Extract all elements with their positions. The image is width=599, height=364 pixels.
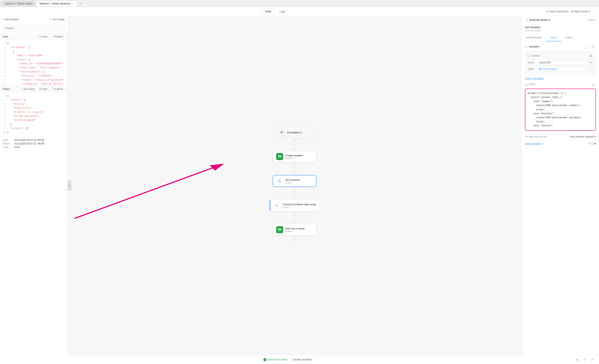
var-name-field[interactable]: inputJSON bbox=[537, 60, 587, 65]
right-panel-content: Variables ? [] Variable ⊞ Name bbox=[522, 42, 599, 355]
node-get-answers-title: Get Answers bbox=[285, 178, 300, 181]
go-to-step-label: Go to step bbox=[53, 18, 65, 21]
variables-label: Variables bbox=[525, 45, 539, 48]
tab-static[interactable]: Typeform > Sheets (static) bbox=[2, 1, 35, 6]
tab-output[interactable]: Output bbox=[561, 34, 577, 41]
zoom-out-icon[interactable]: ⊖ bbox=[590, 357, 595, 362]
chevron-down-icon[interactable]: ▾ bbox=[548, 18, 550, 21]
nav-center: Build Logs bbox=[262, 9, 289, 14]
orange-dot-icon bbox=[547, 11, 548, 12]
radio-script[interactable] bbox=[525, 83, 528, 86]
search-input[interactable] bbox=[3, 25, 65, 31]
documentation-link[interactable]: Documentation ↗ bbox=[525, 142, 544, 145]
tab-inputs[interactable]: Inputs bbox=[546, 34, 561, 41]
var-value-text: $.steps.trigger bbox=[542, 68, 557, 70]
var-value-type-icon[interactable]: ↕ bbox=[588, 66, 593, 71]
new-tab-button[interactable]: + bbox=[78, 1, 83, 6]
version-dropdown[interactable]: v 3.3 ▾ bbox=[589, 142, 596, 145]
var-value-field[interactable]: $.steps.trigger bbox=[537, 67, 587, 71]
canvas-area: ‹ JS list-helpers-1 + bbox=[68, 16, 521, 355]
name-label: Name bbox=[528, 61, 537, 64]
flow-node-construct[interactable]: JS Construct GSheet input array script-2 bbox=[270, 200, 319, 211]
flow-container: JS list-helpers-1 + Create headers s bbox=[255, 127, 334, 244]
output-expand-button[interactable]: ⤢ Expand bbox=[51, 87, 65, 91]
saved-enabled-status: ✓ Saved & enabled bbox=[263, 358, 287, 361]
left-panel: ‹ Get Answers ↖ Go to step Input ⎘ Copy … bbox=[0, 16, 68, 355]
input-code-editor: 1{ 2 "variables": [ 3 { 4 "name": "input… bbox=[0, 40, 67, 86]
meta-section: Start: 01/11/2023 20:47:21 +00:00 Finish… bbox=[0, 136, 67, 152]
right-panel: 📄 Execute Script ▾ script-1 Get Answers … bbox=[521, 16, 599, 355]
input-section-header: Input ⎘ Copy ⤢ Expand bbox=[0, 33, 67, 40]
more-options-icon[interactable]: ⋯ bbox=[592, 10, 595, 13]
docs-restructure[interactable]: Docs restructure bbox=[547, 10, 568, 13]
left-panel-header: ‹ Get Answers ↖ Go to step bbox=[0, 16, 67, 23]
use-output-icon: → bbox=[20, 88, 22, 90]
add-node-btn-3[interactable]: + bbox=[292, 191, 297, 195]
help-circle-icon[interactable]: ? bbox=[584, 44, 589, 49]
variable-item: Variable ⊞ Name inputJSON A Value* $.ste… bbox=[525, 51, 596, 75]
disable-workflow-button[interactable]: Disable workflow bbox=[290, 357, 315, 362]
value-label: Value* bbox=[528, 68, 537, 70]
node-list-helpers-title: list-helpers-1 bbox=[287, 131, 302, 134]
svg-rect-13 bbox=[280, 230, 281, 230]
zoom-in-icon[interactable]: ⊕ bbox=[574, 357, 580, 362]
node-add-row-sub: sheets-3 bbox=[285, 230, 305, 232]
var-name-row: Name inputJSON A bbox=[528, 60, 593, 65]
input-section-label: Input bbox=[3, 35, 36, 38]
script-type-icon[interactable]: A bbox=[591, 82, 596, 88]
version-label: v 3.3 bbox=[589, 142, 594, 145]
add-node-btn-5[interactable]: + bbox=[292, 240, 297, 244]
script-code-box[interactable]: answers.forEach(answer => { switch (answ… bbox=[525, 89, 596, 131]
svg-rect-3 bbox=[280, 157, 281, 157]
back-button[interactable]: ‹ Get Answers bbox=[3, 18, 19, 21]
saved-label: Saved & enabled bbox=[268, 358, 287, 361]
logs-button[interactable]: Logs bbox=[276, 9, 289, 14]
chevron-down-icon: ▾ bbox=[594, 142, 596, 145]
add-to-variables[interactable]: Add to Variables bbox=[525, 77, 596, 80]
use-output-button[interactable]: → Use output bbox=[18, 87, 36, 91]
finish-value: 01/11/2023 20:47:21 +00:00 bbox=[14, 142, 44, 145]
execute-script-title: 📄 Execute Script ▾ bbox=[525, 18, 550, 21]
add-node-btn-2[interactable]: + bbox=[292, 167, 297, 171]
tab-static-label: Typeform > Sheets (static) bbox=[5, 2, 32, 5]
radio-variable[interactable] bbox=[528, 54, 530, 57]
var-name-value: inputJSON bbox=[539, 61, 551, 64]
refresh-icon[interactable]: ↺ bbox=[582, 357, 588, 362]
help-center[interactable]: ⚙ Help Center ▾ bbox=[571, 10, 590, 13]
chevron-down-icon: ▾ bbox=[595, 135, 596, 138]
copy-icon: ⎘ bbox=[40, 35, 41, 38]
tab-authentication[interactable]: Authentication bbox=[522, 34, 546, 41]
execute-script-label: Execute Script bbox=[529, 18, 547, 21]
svg-text:JS: JS bbox=[276, 205, 278, 206]
close-icon[interactable]: ✕ bbox=[71, 2, 74, 5]
stop-workflow-dropdown[interactable]: Stop workflow (default) ▾ bbox=[570, 135, 596, 138]
input-copy-button[interactable]: ⎘ Copy bbox=[38, 35, 49, 39]
flow-node-list-helpers[interactable]: JS list-helpers-1 bbox=[275, 127, 314, 138]
array-toggle-icon[interactable]: [] bbox=[591, 44, 596, 49]
add-description[interactable]: Add description bbox=[522, 29, 599, 34]
var-name-type-icon[interactable]: A bbox=[588, 60, 593, 65]
canvas-toggle[interactable]: ‹ bbox=[68, 180, 71, 190]
variable-type-icon[interactable]: ⊞ bbox=[588, 53, 593, 58]
right-panel-tabs: Authentication Inputs Output bbox=[522, 34, 599, 42]
variables-icons: ? [] bbox=[584, 44, 596, 49]
input-expand-button[interactable]: ⤢ Expand bbox=[51, 35, 65, 39]
error-handling-row: If a step error occurs: Stop workflow (d… bbox=[525, 133, 596, 140]
node-add-row-title: Add row to sheet bbox=[285, 227, 305, 230]
flow-node-create-headers[interactable]: Create headers sheets-2 bbox=[273, 151, 316, 162]
input-section-actions: ⎘ Copy ⤢ Expand bbox=[38, 35, 65, 39]
flow-node-get-answers[interactable]: JS Get Answers script-1 bbox=[273, 175, 316, 187]
node-get-answers-sub: script-1 bbox=[285, 181, 300, 184]
output-copy-button[interactable]: ⎘ Copy bbox=[38, 87, 49, 91]
add-node-btn-4[interactable]: + bbox=[292, 216, 297, 220]
blue-dot-icon bbox=[539, 68, 541, 70]
flow-node-add-row[interactable]: Add row to sheet sheets-3 bbox=[273, 224, 316, 235]
build-button[interactable]: Build bbox=[262, 9, 275, 14]
stop-workflow-value: Stop workflow (default) bbox=[570, 135, 594, 138]
svg-rect-5 bbox=[279, 180, 280, 180]
radio-variables[interactable] bbox=[525, 45, 528, 48]
add-node-btn-1[interactable]: + bbox=[292, 142, 297, 146]
tab-dynamic[interactable]: Typeform > Sheets (dynamic) ✕ bbox=[36, 1, 77, 6]
go-to-step-button[interactable]: ↖ Go to step bbox=[50, 18, 65, 21]
var-value-row: Value* $.steps.trigger ↕ bbox=[528, 66, 593, 71]
